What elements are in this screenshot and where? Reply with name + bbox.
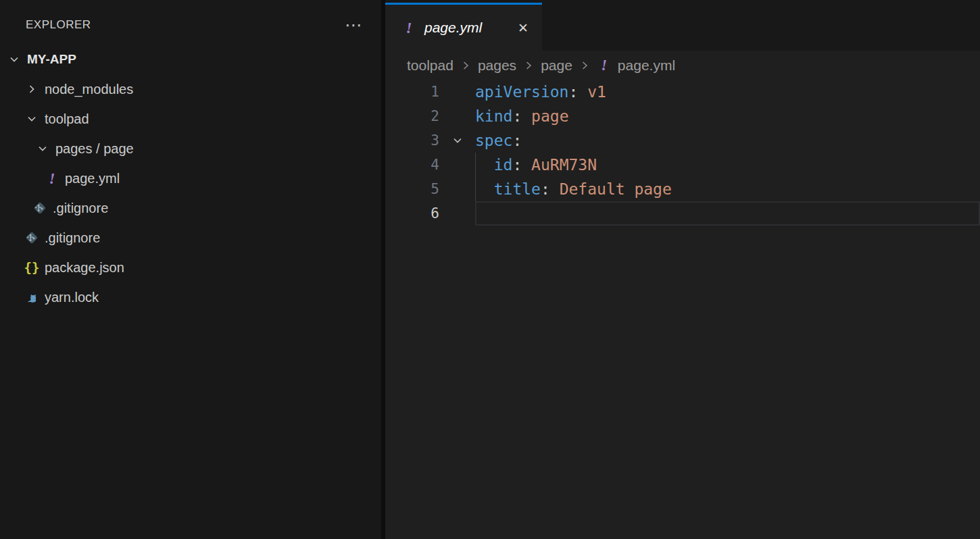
fold-slot [439,153,475,177]
tree-item-yarn-lock[interactable]: yarn.lock [0,282,381,312]
root-folder-label: MY-APP [27,52,76,67]
yaml-key: spec [475,132,512,149]
code-line[interactable]: 4 id: AuRM73N [385,153,980,177]
tree-item-label: .gitignore [45,230,100,246]
tree-item-page-yml[interactable]: ! page.yml [0,163,381,193]
breadcrumb-item[interactable]: pages [478,57,516,74]
breadcrumb: toolpad pages page ! page.yml [385,51,980,80]
toolpad-exclamation-icon: ! [597,58,612,73]
code-line[interactable]: 5 title: Default page [385,177,980,201]
line-number: 3 [385,128,439,153]
tree-root-my-app[interactable]: MY-APP [0,45,381,74]
explorer-header: EXPLORER ⋯ [0,0,381,45]
fold-chevron-icon[interactable] [439,128,475,153]
breadcrumb-file[interactable]: page.yml [618,57,675,74]
git-icon [32,201,47,215]
explorer-title: EXPLORER [26,18,91,32]
yaml-value: Default page [550,180,672,198]
editor-group: ! page.yml ✕ toolpad pages page ! page.y… [385,0,980,539]
tree-item-pages-page[interactable]: pages / page [0,134,381,163]
tree-item-label: toolpad [45,111,89,127]
yaml-key: kind [475,107,512,125]
code-line[interactable]: 1 apiVersion: v1 [385,80,980,104]
chevron-right-icon [24,82,39,97]
yaml-value: v1 [578,83,606,101]
tree-item-label: page.yml [65,171,120,186]
tree-item-label: package.json [45,260,124,276]
chevron-down-icon [24,111,39,126]
fold-slot [439,104,475,128]
tree-item-gitignore-root[interactable]: .gitignore [0,223,381,253]
code-editor[interactable]: 1 apiVersion: v1 2 kind: page 3 spec: 4 … [385,80,980,539]
tree-item-label: yarn.lock [45,290,99,305]
tree-item-toolpad[interactable]: toolpad [0,104,381,134]
breadcrumb-chevron-icon [579,59,591,72]
vscode-window: EXPLORER ⋯ MY-APP node_modules toolpad [0,0,980,539]
line-number: 5 [385,177,439,201]
line-number: 2 [385,104,439,128]
fold-slot [439,80,475,104]
tab-page-yml[interactable]: ! page.yml ✕ [385,3,542,51]
breadcrumb-chevron-icon [460,59,472,72]
json-braces-icon: {} [24,260,39,275]
tree-item-label: .gitignore [53,201,108,216]
close-icon[interactable]: ✕ [515,19,531,37]
explorer-sidebar: EXPLORER ⋯ MY-APP node_modules toolpad [0,0,381,539]
line-number: 4 [385,153,439,177]
yarn-icon [24,290,39,305]
code-line-current[interactable]: 6 [385,201,980,226]
yaml-key: title [475,180,541,198]
more-actions-icon[interactable]: ⋯ [345,16,364,34]
breadcrumb-item[interactable]: page [541,57,572,74]
tree-item-package-json[interactable]: {} package.json [0,253,381,282]
toolpad-exclamation-icon: ! [401,20,416,35]
breadcrumb-item[interactable]: toolpad [407,57,454,74]
tree-item-node-modules[interactable]: node_modules [0,74,381,104]
tab-label: page.yml [424,20,507,36]
yaml-key: id [475,156,512,174]
line-number: 6 [385,201,439,226]
tree-item-gitignore-toolpad[interactable]: .gitignore [0,193,381,223]
yaml-value: page [522,107,568,125]
toolpad-exclamation-icon: ! [45,171,59,186]
code-line[interactable]: 3 spec: [385,128,980,153]
chevron-down-icon [7,52,22,67]
breadcrumb-chevron-icon [522,59,535,72]
code-line[interactable]: 2 kind: page [385,104,980,128]
current-line-highlight [475,201,980,226]
git-icon [24,230,39,245]
fold-slot [439,201,475,226]
indent-guide [475,153,476,201]
fold-slot [439,177,475,201]
tree-item-label: pages / page [55,141,134,157]
tree-item-label: node_modules [45,82,133,97]
yaml-value: AuRM73N [522,156,597,174]
yaml-key: apiVersion [475,83,568,101]
tab-bar: ! page.yml ✕ [385,0,980,51]
chevron-down-icon [35,141,50,156]
line-number: 1 [385,80,439,104]
